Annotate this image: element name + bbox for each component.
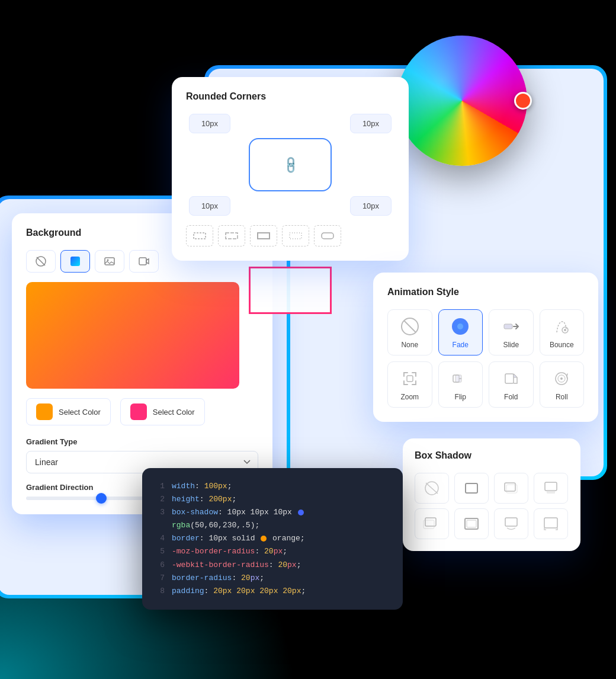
svg-rect-33: [467, 520, 476, 527]
svg-rect-35: [544, 518, 557, 528]
shadow-bottom-right[interactable]: [494, 473, 528, 504]
color-selectors: Select Color Select Color: [26, 398, 258, 425]
shadow-bottom[interactable]: [494, 508, 528, 539]
svg-rect-28: [545, 482, 557, 491]
anim-fold-label: Fold: [504, 393, 518, 401]
code-content-7: border-radius: 20px;: [172, 572, 264, 585]
code-content-6: -webkit-border-radius: 20px;: [172, 559, 301, 572]
svg-line-6: [37, 257, 45, 265]
line-num-6: 6: [156, 559, 165, 572]
shadow-corner[interactable]: [534, 508, 568, 539]
animation-grid: None Fade Slide Bounce: [387, 309, 584, 408]
svg-point-18: [564, 329, 566, 331]
svg-rect-22: [505, 374, 514, 383]
anim-none-icon: [399, 316, 421, 337]
code-content-3: box-shadow: 10px 10px 10px rgba(50,60,23…: [172, 506, 389, 532]
anim-zoom[interactable]: Zoom: [387, 361, 432, 408]
corner-bottom-right[interactable]: 10px: [350, 196, 392, 216]
gradient-preview: [26, 282, 239, 389]
corner-bottom-left[interactable]: 10px: [189, 196, 230, 216]
line-num-2: 2: [156, 493, 165, 506]
line-num-5: 5: [156, 545, 165, 558]
shadow-none[interactable]: [415, 473, 449, 504]
pink-bordered-rect: [249, 267, 332, 314]
anim-none-label: None: [401, 341, 418, 349]
svg-point-9: [107, 260, 109, 261]
svg-rect-0: [194, 233, 206, 239]
anim-none[interactable]: None: [387, 309, 432, 355]
rounded-corners-title: Rounded Corners: [186, 91, 394, 102]
line-num-4: 4: [156, 532, 165, 545]
color-selector-1-label: Select Color: [59, 408, 101, 417]
svg-rect-7: [70, 257, 80, 266]
anim-fade[interactable]: Fade: [438, 309, 483, 355]
border-style-dotted[interactable]: [282, 225, 309, 246]
anim-fold-icon: [500, 368, 522, 389]
anim-zoom-icon: [399, 368, 421, 389]
svg-rect-34: [505, 518, 517, 526]
slider-thumb[interactable]: [96, 493, 107, 504]
code-line-7: 7 border-radius: 20px;: [156, 572, 389, 585]
code-line-2: 2 height: 200px;: [156, 493, 389, 506]
code-panel: 1 width: 100px; 2 height: 200px; 3 box-s…: [142, 468, 403, 610]
border-style-dashed1[interactable]: [218, 225, 245, 246]
color-selector-2-label: Select Color: [153, 408, 195, 417]
code-line-1: 1 width: 100px;: [156, 480, 389, 493]
anim-slide-label: Slide: [503, 341, 519, 349]
line-num-8: 8: [156, 585, 165, 598]
border-style-corner[interactable]: [314, 225, 341, 246]
animation-panel-title: Animation Style: [387, 287, 584, 297]
code-line-5: 5 -moz-border-radius: 20px;: [156, 545, 389, 558]
color-sphere: [397, 36, 527, 166]
svg-rect-4: [322, 233, 333, 239]
code-line-4: 4 border: 10px solid orange;: [156, 532, 389, 545]
color-swatch-2: [130, 403, 147, 420]
corners-grid: 10px 10px 🔗 10px 10px: [186, 114, 394, 216]
anim-roll-icon: [551, 368, 572, 389]
svg-rect-25: [466, 483, 477, 493]
link-icon: 🔗: [280, 155, 301, 175]
gradient-type-label: Gradient Type: [26, 437, 258, 446]
anim-slide-icon: [500, 316, 522, 337]
bg-type-image[interactable]: [95, 250, 124, 273]
shadow-grid: [415, 473, 569, 539]
shadow-center-box[interactable]: [454, 508, 489, 539]
shadow-bottom-center[interactable]: [534, 473, 568, 504]
anim-flip[interactable]: Flip: [438, 361, 483, 408]
code-content-5: -moz-border-radius: 20px;: [172, 545, 287, 558]
corner-top-right[interactable]: 10px: [350, 114, 392, 133]
anim-slide[interactable]: Slide: [489, 309, 534, 355]
rounded-corners-panel: Rounded Corners 10px 10px 🔗 10px 10px: [172, 77, 409, 261]
svg-rect-19: [407, 376, 413, 382]
code-content-4: border: 10px solid orange;: [172, 532, 305, 545]
color-swatch-1: [36, 403, 53, 420]
color-selector-2[interactable]: Select Color: [120, 398, 205, 425]
anim-bounce-icon: [551, 316, 572, 337]
code-line-8: 8 padding: 20px 20px 20px 20px;: [156, 585, 389, 598]
anim-fold[interactable]: Fold: [489, 361, 534, 408]
border-icons-row: [186, 225, 394, 246]
bg-type-video[interactable]: [129, 250, 159, 273]
border-style-solid[interactable]: [186, 225, 213, 246]
border-style-dashed2[interactable]: [250, 225, 277, 246]
anim-bounce-label: Bounce: [550, 341, 574, 349]
shadow-bottom-left[interactable]: [415, 508, 449, 539]
anim-flip-label: Flip: [455, 393, 466, 401]
corner-top-left[interactable]: 10px: [189, 114, 230, 133]
anim-bounce[interactable]: Bounce: [540, 309, 585, 355]
line-num-3: 3: [156, 506, 165, 532]
color-selector-1[interactable]: Select Color: [26, 398, 111, 425]
svg-line-24: [426, 483, 438, 494]
svg-rect-16: [504, 324, 512, 329]
svg-rect-3: [290, 233, 301, 239]
anim-fade-label: Fade: [453, 341, 469, 349]
code-content-2: height: 200px;: [172, 493, 236, 506]
box-shadow-title: Box Shadow: [415, 450, 569, 461]
svg-rect-29: [547, 491, 555, 494]
shadow-center[interactable]: [454, 473, 489, 504]
anim-roll[interactable]: Roll: [540, 361, 585, 408]
bg-type-gradient[interactable]: [60, 250, 90, 273]
svg-point-15: [457, 324, 463, 329]
bg-type-none[interactable]: [26, 250, 56, 273]
anim-roll-label: Roll: [556, 393, 568, 401]
